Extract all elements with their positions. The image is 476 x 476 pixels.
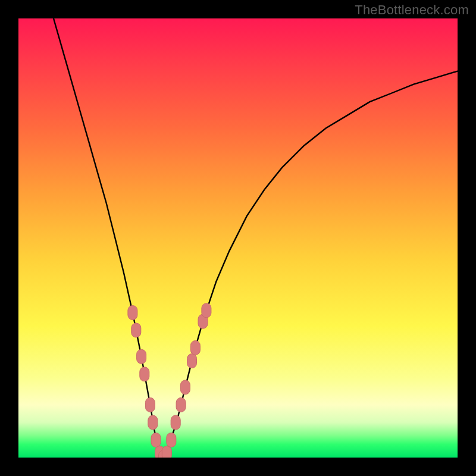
highlight-dots: [128, 303, 211, 458]
outer-frame: TheBottleneck.com: [0, 0, 476, 476]
marker-dot: [176, 397, 186, 412]
marker-dot: [137, 349, 146, 364]
marker-dot: [171, 415, 180, 430]
marker-dot: [202, 303, 211, 318]
marker-dot: [140, 367, 149, 381]
marker-dot: [151, 433, 161, 447]
watermark-text: TheBottleneck.com: [355, 2, 469, 18]
marker-dot: [128, 306, 137, 320]
marker-dot: [148, 415, 158, 430]
bottleneck-curve: [54, 18, 458, 458]
marker-dot: [190, 341, 200, 355]
chart-svg: [18, 18, 458, 458]
plot-area: [18, 18, 458, 458]
marker-dot: [145, 397, 155, 412]
marker-dot: [131, 323, 141, 337]
marker-dot: [187, 354, 197, 368]
marker-dot: [180, 380, 190, 394]
marker-dot: [162, 446, 171, 458]
marker-dot: [167, 433, 176, 447]
